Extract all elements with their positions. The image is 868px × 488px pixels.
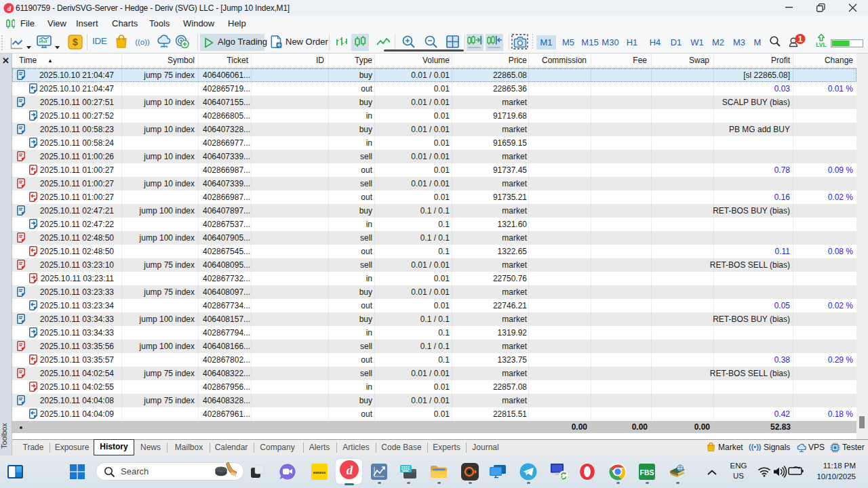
svg-text:$: $ — [73, 37, 78, 47]
svg-text:((o)): ((o)) — [135, 38, 150, 46]
svg-text:d: d — [347, 463, 353, 477]
svg-text:d: d — [7, 4, 12, 12]
svg-text:exness: exness — [313, 470, 326, 474]
svg-text:LVL: LVL — [816, 41, 826, 48]
svg-text:FBS: FBS — [640, 468, 654, 476]
svg-text:1: 1 — [798, 35, 803, 44]
